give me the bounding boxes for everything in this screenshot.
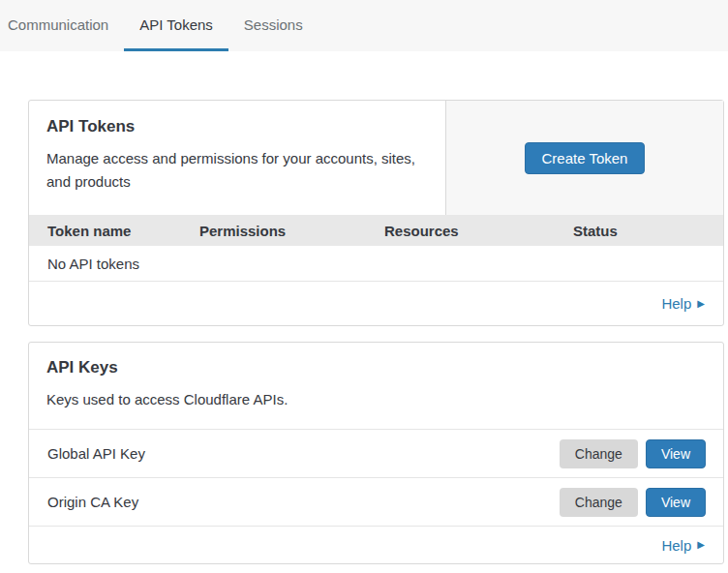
api-keys-card-header: API Keys Keys used to access Cloudflare … — [29, 343, 723, 430]
api-tokens-card-footer: Help ▶ — [29, 282, 723, 325]
tokens-table-header-status: Status — [555, 223, 723, 239]
api-tokens-header-action-panel: Create Token — [445, 101, 723, 215]
tokens-table-header-permissions: Permissions — [181, 223, 366, 239]
api-tokens-help-link[interactable]: Help ▶ — [661, 295, 705, 312]
api-tokens-card: API Tokens Manage access and permissions… — [28, 100, 724, 326]
tokens-table-empty-row: No API tokens — [29, 246, 723, 282]
origin-ca-key-change-button[interactable]: Change — [560, 488, 638, 517]
api-tokens-header-text: API Tokens Manage access and permissions… — [29, 101, 445, 215]
api-tokens-description: Manage access and permissions for your a… — [46, 147, 428, 194]
api-keys-help-link[interactable]: Help ▶ — [661, 537, 705, 554]
api-tokens-title: API Tokens — [46, 117, 428, 136]
tab-api-tokens[interactable]: API Tokens — [124, 0, 228, 51]
api-keys-title: API Keys — [46, 358, 706, 377]
api-keys-card: API Keys Keys used to access Cloudflare … — [28, 342, 724, 564]
api-key-row-origin-ca: Origin CA Key Change View — [29, 478, 723, 527]
tokens-table-header-resources: Resources — [366, 223, 555, 239]
global-api-key-change-button[interactable]: Change — [560, 439, 638, 468]
tab-sessions[interactable]: Sessions — [228, 0, 318, 51]
tab-bar: Communication API Tokens Sessions — [0, 0, 728, 51]
origin-ca-key-view-button[interactable]: View — [646, 488, 706, 517]
help-link-label: Help — [661, 295, 691, 312]
api-tokens-card-header: API Tokens Manage access and permissions… — [29, 101, 723, 215]
api-key-row-global: Global API Key Change View — [29, 430, 723, 478]
tab-communication[interactable]: Communication — [8, 0, 124, 51]
tokens-table-header-token-name: Token name — [29, 223, 181, 239]
api-key-name: Origin CA Key — [47, 494, 560, 510]
help-arrow-icon: ▶ — [697, 540, 705, 550]
global-api-key-view-button[interactable]: View — [646, 439, 706, 468]
api-keys-description: Keys used to access Cloudflare APIs. — [46, 388, 706, 411]
tokens-table-header-row: Token name Permissions Resources Status — [29, 215, 723, 246]
create-token-button[interactable]: Create Token — [525, 142, 646, 174]
help-link-label: Help — [661, 537, 691, 554]
help-arrow-icon: ▶ — [697, 299, 705, 309]
api-key-name: Global API Key — [47, 445, 560, 462]
api-keys-card-footer: Help ▶ — [29, 527, 723, 563]
